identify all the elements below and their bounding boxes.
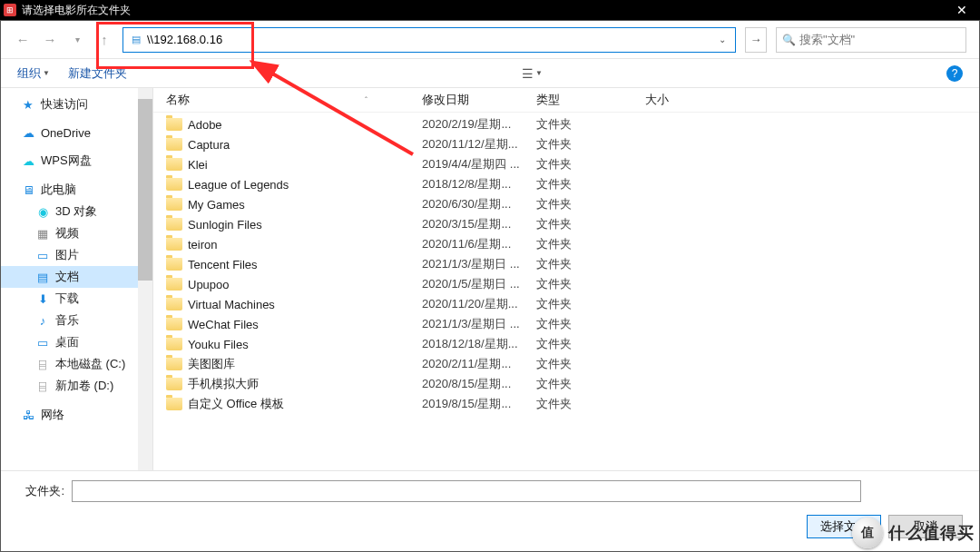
- file-row[interactable]: League of Legends2018/12/8/星期...文件夹: [153, 174, 979, 194]
- address-input[interactable]: [143, 33, 715, 46]
- sidebar-this-pc[interactable]: 🖥此电脑: [1, 179, 152, 201]
- sidebar-videos[interactable]: ▦视频: [1, 222, 152, 244]
- sidebar-onedrive[interactable]: ☁OneDrive: [1, 123, 152, 143]
- file-row[interactable]: Tencent Files2021/1/3/星期日 ...文件夹: [153, 254, 979, 274]
- address-dropdown-icon[interactable]: ⌄: [715, 34, 730, 44]
- file-date: 2020/11/6/星期...: [422, 236, 536, 252]
- file-row[interactable]: WeChat Files2021/1/3/星期日 ...文件夹: [153, 314, 979, 334]
- folder-icon: [166, 138, 182, 151]
- music-icon: ♪: [35, 313, 50, 328]
- sidebar-item-label: 桌面: [55, 334, 79, 350]
- main-pane: 名称ˆ 修改日期 类型 大小 Adobe2020/2/19/星期...文件夹Ca…: [153, 88, 979, 470]
- sidebar-music[interactable]: ♪音乐: [1, 310, 152, 331]
- file-row[interactable]: Upupoo2020/1/5/星期日 ...文件夹: [153, 274, 979, 294]
- sidebar-scrollbar[interactable]: [138, 88, 152, 470]
- help-button[interactable]: ?: [946, 65, 963, 82]
- file-type: 文件夹: [536, 336, 645, 352]
- folder-icon: [166, 318, 182, 330]
- back-button[interactable]: ←: [14, 31, 32, 49]
- file-row[interactable]: Adobe2020/2/19/星期...文件夹: [153, 114, 979, 134]
- file-row[interactable]: Captura2020/11/12/星期...文件夹: [153, 134, 979, 154]
- file-name: Adobe: [188, 118, 222, 132]
- sidebar-wps[interactable]: ☁WPS网盘: [1, 150, 152, 172]
- forward-button[interactable]: →: [41, 31, 59, 49]
- recent-dropdown[interactable]: ▾: [68, 31, 86, 49]
- file-type: 文件夹: [536, 176, 645, 192]
- organize-menu[interactable]: 组织 ▼: [17, 65, 50, 82]
- search-icon: 🔍: [782, 34, 796, 46]
- organize-label: 组织: [17, 65, 41, 82]
- sidebar-desktop[interactable]: ▭桌面: [1, 331, 152, 353]
- file-row[interactable]: Virtual Machines2020/11/20/星期...文件夹: [153, 294, 979, 314]
- file-row[interactable]: 手机模拟大师2020/8/15/星期...文件夹: [153, 374, 979, 394]
- sidebar-localdisk-c[interactable]: ⌸本地磁盘 (C:): [1, 353, 152, 375]
- search-box[interactable]: 🔍: [776, 27, 966, 53]
- search-input[interactable]: [799, 33, 960, 46]
- go-button[interactable]: →: [745, 27, 767, 53]
- file-row[interactable]: My Games2020/6/30/星期...文件夹: [153, 194, 979, 214]
- folder-icon: [166, 178, 182, 191]
- file-date: 2018/12/8/星期...: [422, 176, 536, 192]
- file-row[interactable]: teiron2020/11/6/星期...文件夹: [153, 234, 979, 254]
- pc-icon: 🖥: [21, 182, 35, 197]
- file-row[interactable]: Youku Files2018/12/18/星期...文件夹: [153, 334, 979, 354]
- folder-icon: [166, 118, 182, 131]
- sort-indicator-icon: ˆ: [365, 95, 368, 104]
- sidebar-newvol-d[interactable]: ⌸新加卷 (D:): [1, 375, 152, 397]
- file-name: 自定义 Office 模板: [188, 396, 284, 412]
- toolbar: 组织 ▼ 新建文件夹 ☰▼ ?: [1, 59, 979, 88]
- video-icon: ▦: [35, 226, 50, 241]
- file-name: League of Legends: [188, 178, 289, 192]
- new-folder-button[interactable]: 新建文件夹: [68, 65, 127, 82]
- file-date: 2021/1/3/星期日 ...: [422, 316, 536, 332]
- cloud-icon: ☁: [21, 125, 35, 140]
- file-type: 文件夹: [536, 376, 645, 392]
- desktop-icon: ▭: [35, 335, 50, 350]
- nav-row: ← → ▾ ↑ ▤ ⌄ → 🔍: [1, 21, 979, 59]
- folder-icon: [166, 238, 182, 251]
- window-title: 请选择电影所在文件夹: [22, 3, 131, 18]
- file-row[interactable]: 自定义 Office 模板2019/8/15/星期...文件夹: [153, 394, 979, 414]
- sidebar-item-label: 文档: [55, 269, 79, 285]
- file-name: Upupoo: [188, 278, 230, 291]
- file-name: Sunlogin Files: [188, 218, 262, 232]
- file-type: 文件夹: [536, 156, 645, 172]
- sidebar-item-label: 新加卷 (D:): [55, 378, 113, 394]
- file-name: Tencent Files: [188, 258, 258, 271]
- sidebar-item-label: 3D 对象: [55, 203, 97, 220]
- sidebar-item-label: WPS网盘: [41, 153, 92, 169]
- folder-icon: [166, 218, 182, 231]
- file-row[interactable]: 美图图库2020/2/11/星期...文件夹: [153, 354, 979, 374]
- column-headers[interactable]: 名称ˆ 修改日期 类型 大小: [153, 88, 979, 113]
- folder-input[interactable]: [72, 480, 861, 502]
- col-date[interactable]: 修改日期: [422, 92, 536, 108]
- file-date: 2020/11/20/星期...: [422, 296, 536, 312]
- file-date: 2020/2/19/星期...: [422, 116, 536, 133]
- sidebar-item-label: 视频: [55, 225, 79, 242]
- file-date: 2020/6/30/星期...: [422, 196, 536, 212]
- file-row[interactable]: Sunlogin Files2020/3/15/星期...文件夹: [153, 214, 979, 234]
- folder-icon: [166, 398, 182, 410]
- address-bar[interactable]: ▤ ⌄: [122, 27, 736, 53]
- sidebar-quick-access[interactable]: ★快速访问: [1, 94, 152, 115]
- col-size[interactable]: 大小: [645, 92, 718, 108]
- file-row[interactable]: Klei2019/4/4/星期四 ...文件夹: [153, 154, 979, 174]
- close-button[interactable]: ✕: [944, 0, 980, 20]
- col-type[interactable]: 类型: [536, 92, 645, 108]
- sidebar-network[interactable]: 🖧网络: [1, 404, 152, 426]
- sidebar-documents[interactable]: ▤文档: [1, 266, 152, 288]
- folder-icon: [166, 278, 182, 291]
- sidebar-pictures[interactable]: ▭图片: [1, 244, 152, 266]
- view-mode-button[interactable]: ☰▼: [522, 64, 542, 84]
- folder-icon: [166, 338, 182, 350]
- sidebar-3d-objects[interactable]: ◉3D 对象: [1, 201, 152, 222]
- file-type: 文件夹: [536, 236, 645, 252]
- file-type: 文件夹: [536, 196, 645, 212]
- file-type: 文件夹: [536, 356, 645, 372]
- sidebar-item-label: 快速访问: [41, 96, 88, 113]
- up-button[interactable]: ↑: [95, 31, 113, 49]
- sidebar-item-label: 图片: [55, 247, 79, 263]
- picture-icon: ▭: [35, 248, 50, 262]
- col-name[interactable]: 名称ˆ: [166, 92, 422, 108]
- sidebar-downloads[interactable]: ⬇下载: [1, 288, 152, 310]
